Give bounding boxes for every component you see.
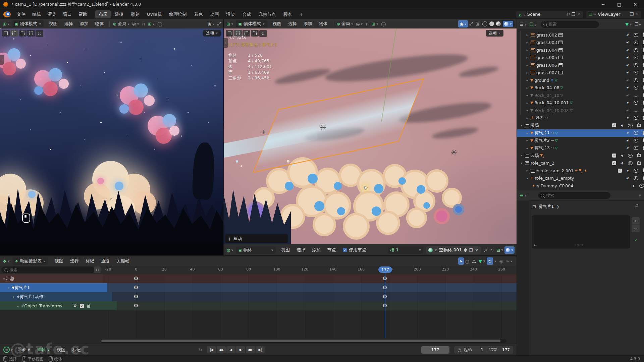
workspace-tab-合成[interactable]: 合成 [239,10,254,18]
viewport-menu-选择[interactable]: 选择 [61,21,76,27]
show-hidden-toggle[interactable]: ▢ [464,257,471,265]
hide-viewport-toggle[interactable] [633,63,639,67]
selectable-toggle[interactable]: ➤ [625,78,631,82]
fullscreen-toggle[interactable]: ⤢ [216,20,222,27]
display-mode-button[interactable]: ❏∨ [528,21,538,28]
ease-dropdown[interactable]: ∿∨ [504,257,514,265]
fake-user-icon[interactable] [464,248,467,252]
operator-panel[interactable]: ❯ 移动 [225,234,288,243]
hide-viewport-toggle[interactable] [633,146,639,150]
overlays-toggle[interactable]: ◉∨ [458,20,468,27]
current-frame-badge[interactable]: 177 [378,266,392,273]
use-nodes-toggle[interactable]: ✓ 使用节点 [343,247,366,253]
overlay-toggle[interactable]: ∨ [504,246,515,254]
viewport-menu-选择[interactable]: 选择 [285,21,300,27]
selectable-toggle[interactable]: ➤ [625,116,631,120]
disable-render-toggle[interactable] [641,116,644,120]
wireframe-shading-icon[interactable] [482,21,487,26]
expand-channels-button[interactable]: ↔ [94,266,101,273]
channel-row-雾气片1[interactable]: ▾▼雾气片1 [0,283,517,292]
collapse-icon[interactable]: ▾ [520,162,524,165]
h-scrollbar-thumb[interactable] [101,340,500,342]
keyframe[interactable] [134,295,138,298]
expand-icon[interactable]: ▸ [525,78,529,82]
disable-render-toggle[interactable] [641,86,644,89]
expand-icon[interactable]: ▸ [525,94,529,97]
outliner-filter-dropdown[interactable]: ▼∨ [624,21,633,28]
selectable-toggle[interactable]: ➤ [625,138,631,143]
selectable-toggle[interactable]: ➤ [625,131,631,135]
exclude-checkbox[interactable]: ✓ [611,154,618,158]
jump-to-end-button[interactable]: ▶| [256,346,265,353]
outliner-item-风力[interactable]: ▸彡风力↪➤ [517,114,644,122]
hide-viewport-toggle[interactable] [638,184,644,188]
channel-name-cell[interactable]: ▾❖雾气片1动作 [0,292,112,301]
list-expand-icon[interactable]: ▸ [534,243,536,247]
material-shading-icon[interactable] [496,21,501,26]
outliner-item-雾气片2[interactable]: ▸▼雾气片2↪▽➤ [517,137,644,144]
snap-keyframes-dropdown[interactable]: ↻ [487,257,493,265]
workspace-tab-动画[interactable]: 动画 [207,10,222,18]
editor-type-button[interactable]: ⊞∨ [1,20,11,27]
expand-icon[interactable]: ▸ [525,41,529,44]
current-frame-field[interactable]: 177 [421,346,449,354]
selectable-toggle[interactable]: ➤ [625,70,631,75]
disable-render-toggle[interactable] [636,162,642,165]
start-frame-field[interactable]: 1 [475,348,483,352]
dope-menu-视图[interactable]: 视图 [51,258,67,264]
expand-icon[interactable]: ▸ [525,101,529,105]
workspace-tab-UV编辑[interactable]: UV编辑 [144,10,165,18]
selectable-toggle[interactable]: ➤ [619,123,626,128]
keyframe[interactable] [134,304,138,307]
pin-icon[interactable]: ⚲ [565,11,571,17]
menu-窗口[interactable]: 窗口 [60,11,75,17]
modifier-wrench-icon[interactable]: ⚙ [73,304,77,308]
snap-node-toggle[interactable]: ⊞∨ [495,246,505,254]
end-frame-field[interactable]: 177 [500,348,510,352]
viewport-menu-视图[interactable]: 视图 [269,21,285,27]
select-mode-button[interactable] [19,30,26,37]
playback-menu-回放[interactable]: 回放 ∨ [14,347,34,353]
disable-render-toggle[interactable] [641,94,644,97]
unlink-material-icon[interactable]: ✕ [475,248,479,253]
selectable-toggle[interactable]: ➤ [625,146,631,150]
new-viewlayer-icon[interactable]: ❐ [630,12,634,17]
selectable-toggle[interactable]: ➤ [625,33,631,37]
selectable-toggle[interactable]: ➤ [625,93,631,98]
expand-icon[interactable]: ▸ [525,71,529,74]
viewport-menu-添加[interactable]: 添加 [76,21,92,27]
channel-name-cell[interactable]: ▸✐Object Transforms⚙✓ [0,301,117,310]
disable-render-toggle[interactable] [641,78,644,82]
selectable-toggle[interactable]: ➤ [625,169,631,173]
outliner-item-Rock_04_08[interactable]: ▸▼Rock_04_08▽➤ [517,84,644,92]
pivot-dropdown-left[interactable]: ◎∨ [131,20,141,27]
snap-settings-left[interactable]: ⊞∨ [146,20,156,27]
toolbar-toggle-center-viewport[interactable]: › [224,38,228,48]
outliner-item-Rock_04_10.002[interactable]: ▸▼Rock_04_10.002▽➤ [517,107,644,114]
orientation-dropdown-center[interactable]: ⊕ 全局∨ [335,20,355,27]
editor-type-button[interactable]: ◷∨ [2,346,14,354]
play-reverse-button[interactable]: ◀ [226,346,235,353]
selectable-toggle[interactable]: ➤ [619,154,626,158]
outliner-item-grass.007[interactable]: ▸grass.007➤ [517,69,644,76]
previous-keyframe-button[interactable]: ◀◆ [217,346,226,353]
disable-render-toggle[interactable] [636,154,642,157]
pivot-dropdown-center[interactable]: ◎∨ [355,20,364,27]
shader-menu-选择[interactable]: 选择 [293,247,309,253]
disable-render-toggle[interactable] [641,71,644,74]
menu-帮助[interactable]: 帮助 [75,11,91,17]
channel-row-汇总[interactable]: ▾汇总 [0,274,517,283]
disable-render-toggle[interactable] [641,63,644,67]
disable-render-toggle[interactable] [636,124,642,127]
close-button[interactable]: ✕ [628,0,643,9]
disable-render-toggle[interactable] [641,109,644,112]
show-errors-toggle[interactable]: ⚠ [471,257,477,265]
channel-name-cell[interactable]: ▾▼雾气片1 [0,283,107,292]
expand-icon[interactable]: ▸ [520,154,524,157]
selectable-toggle[interactable]: ➤ [625,48,631,52]
outliner-item-雾气片3[interactable]: ▸▼雾气片3↪▽➤ [517,144,644,152]
outliner-item-role_cam_2_empty[interactable]: ▾✛role_cam_2_empty➤ [517,175,644,182]
select-through-button[interactable] [259,30,267,37]
properties-options-dropdown[interactable]: ∨ [639,194,641,197]
select-mode-button[interactable] [234,30,242,37]
